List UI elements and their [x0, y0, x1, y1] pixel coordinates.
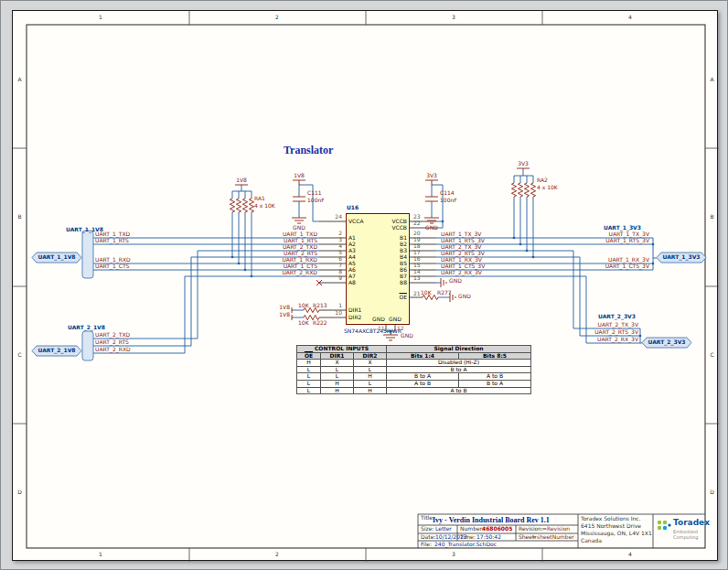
schematic-title: Translator	[284, 145, 333, 156]
pin-name: DIR2	[348, 315, 361, 320]
gnd-flag-label: GND	[286, 225, 312, 231]
company-address-line: Mississauga, ON, L4V 1X1	[581, 531, 652, 536]
pin-number: 12	[397, 326, 404, 331]
table-cell: B to A	[459, 380, 531, 387]
toradex-logo-tagline: Embedded Computing	[673, 529, 717, 540]
c114-ref[interactable]: C114	[440, 190, 455, 196]
ra1-ref[interactable]: RA1	[254, 196, 265, 201]
pin-number: 9	[324, 275, 342, 281]
pin-number: 21	[413, 291, 421, 296]
time-value: 17:50:42	[476, 534, 501, 540]
zone-col-bottom: 3	[444, 552, 463, 557]
r222-value: 10K	[298, 320, 309, 326]
port-uart2-3v3[interactable]: UART_2_3V3	[642, 339, 691, 345]
pin-number: 13	[413, 275, 421, 281]
table-cell: A to B	[387, 387, 531, 394]
port-uart1-1v8[interactable]: UART_1_1V8	[32, 254, 81, 260]
gnd-flag-label: GND	[458, 294, 471, 299]
company-address-line: Toradex Solutions Inc.	[581, 516, 641, 522]
zone-row-right: A	[708, 77, 716, 82]
port-uart1-3v3[interactable]: UART_1_3V3	[657, 254, 706, 260]
resistor-zigzag[interactable]	[304, 307, 319, 312]
ra1-value: 4 x 10K	[254, 203, 275, 209]
zone-col-bottom: 4	[621, 552, 639, 557]
company-address-line: 6415 Northwest Drive	[581, 523, 641, 529]
ra2-ref[interactable]: RA2	[537, 177, 548, 183]
ic-designator: U16	[347, 205, 359, 210]
net-label: UART_2_RX_3V	[441, 270, 514, 275]
document-title: Ivy - Verdin Industrial Board Rev 1.1	[433, 517, 550, 524]
r277-value: 10K	[421, 290, 432, 296]
time-label: Time:	[460, 534, 476, 540]
pin-name: VCCB	[378, 225, 407, 231]
net-label: UART_1_CTS	[95, 263, 129, 269]
table-cell: L	[297, 387, 321, 394]
control-inputs-table: CONTROL INPUTS Signal Direction OE DIR1 …	[296, 345, 531, 394]
power-flag-label: 1V8	[272, 312, 290, 317]
zone-row-left: D	[16, 489, 24, 495]
number-label: Number:	[460, 526, 484, 532]
zone-col-top: 4	[621, 15, 639, 20]
port-uart2-1v8[interactable]: UART_2_1V8	[32, 348, 81, 353]
resistor-zigzag[interactable]	[524, 183, 529, 197]
pin-name: DIR1	[348, 307, 361, 313]
zone-row-right: B	[708, 214, 716, 220]
toradex-logo-text: Toradex	[673, 518, 710, 527]
resistor-zigzag[interactable]	[518, 183, 522, 197]
resistor-zigzag[interactable]	[249, 199, 253, 212]
pin-name: A8	[348, 280, 356, 285]
table-row: LHHA to B	[297, 387, 531, 394]
zone-row-left: A	[16, 77, 24, 82]
toradex-logo-icon	[658, 521, 671, 530]
gnd-flag-label: GND	[449, 278, 462, 284]
r213-value: 10K	[298, 303, 309, 308]
resistor-zigzag[interactable]	[530, 183, 535, 197]
table-cell: H	[321, 387, 354, 394]
table-cell: H	[321, 380, 354, 387]
zone-row-right: D	[708, 489, 716, 495]
harness-uart2-1v8[interactable]	[82, 331, 93, 360]
zone-col-bottom: 2	[268, 552, 286, 557]
harness-uart1-1v8[interactable]	[82, 231, 93, 278]
power-flag-label: 1V8	[229, 177, 254, 183]
r277-ref[interactable]: R277	[437, 290, 452, 296]
resistor-zigzag[interactable]	[511, 183, 516, 197]
zone-col-top: 3	[444, 15, 463, 20]
table-cell: B to A	[387, 366, 531, 373]
table-header-row: OE DIR1 DIR2 Bits 1:4 Bits 8:5	[297, 352, 531, 360]
net-label: UART_2_RX_3V	[574, 337, 638, 342]
pin-name: GND	[388, 317, 402, 322]
sheet-value: =sheetNumber of =sheetTotal	[532, 534, 576, 540]
net-label: UART_1_RTS_3V	[585, 238, 649, 243]
table-cell: L	[354, 380, 387, 387]
harness-connectors[interactable]	[82, 231, 93, 360]
table-cell: H	[354, 387, 387, 394]
net-label: UART_2_RXD	[95, 347, 131, 352]
pin-number: 10	[324, 310, 342, 316]
pin-number: 24	[324, 214, 342, 220]
zone-row-left: C	[16, 352, 24, 358]
pin-number: 11	[378, 326, 385, 331]
zone-row-left: B	[16, 214, 24, 220]
c111-ref[interactable]: C111	[307, 190, 322, 196]
resistor-zigzag[interactable]	[230, 199, 234, 212]
schematic-sheet[interactable]: Translator U16 SN74AXC8T245RJWR UART_1_1…	[12, 10, 718, 561]
c114-value: 100nF	[440, 198, 457, 203]
net-label: UART_1_CTS_3V	[585, 263, 649, 269]
group-label-uart2-1v8: UART_2_1V8	[68, 325, 105, 330]
r222-ref[interactable]: R222	[313, 320, 327, 326]
date-label: Date:	[421, 534, 435, 540]
pin-name-oe: OE	[378, 295, 407, 300]
resistor-zigzag[interactable]	[423, 295, 438, 299]
pin-name: B8	[378, 280, 407, 285]
group-label-uart2-3v3: UART_2_3V3	[598, 314, 636, 319]
resistor-zigzag[interactable]	[236, 199, 241, 212]
gnd-flag-label: GND	[419, 225, 444, 231]
power-flag-label: 3V3	[510, 161, 536, 167]
resistor-zigzag[interactable]	[242, 199, 247, 212]
table-row: LHLA to BB to A	[297, 380, 531, 387]
zone-col-top: 2	[268, 15, 286, 20]
revision-value: =Revision	[542, 526, 570, 532]
size-label: Size:	[421, 526, 434, 532]
zone-col-top: 1	[91, 15, 110, 20]
